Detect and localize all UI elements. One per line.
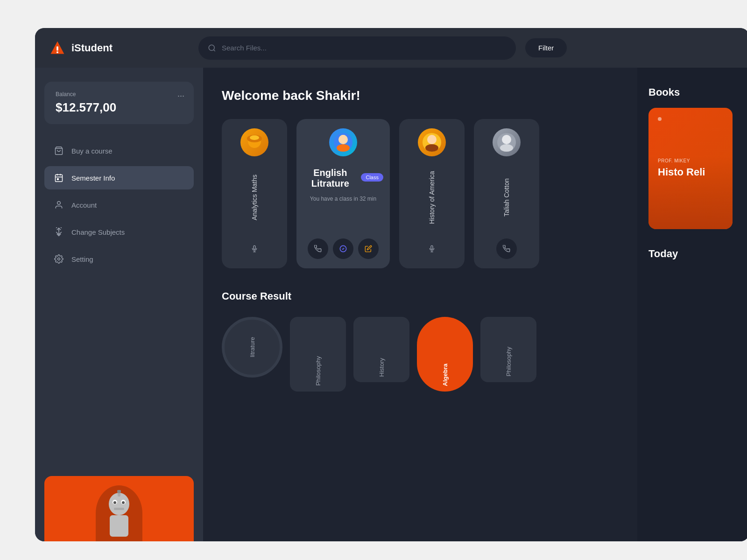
svg-rect-22 [114,508,124,510]
sidebar-item-buy-course[interactable]: Buy a course [44,139,194,162]
subject-name-analytics-maths: Analytics Maths [251,164,258,231]
search-icon [208,44,216,52]
welcome-title: Welcome back Shakir! [222,88,360,103]
right-panel: Books PROF. MIKEY Histo Reli Today [637,68,747,541]
result-label-philosophy-2: Philosophy [505,347,512,377]
svg-rect-10 [57,179,59,180]
svg-rect-1 [56,46,58,50]
svg-rect-38 [431,245,433,249]
svg-point-11 [57,202,61,205]
svg-point-26 [250,135,259,140]
logo-area: iStudent [49,40,198,56]
avatar-english-litrature [329,128,357,156]
books-title: Books [648,86,738,98]
subject-card-analytics-maths[interactable]: Analytics Maths [222,119,287,268]
avatar-taliah-cotton [493,128,521,156]
class-time: You have a class in 32 min [310,196,376,202]
sidebar-item-account-label: Account [71,201,97,209]
subject-name-taliah-cotton: Taliah Cotton [503,164,510,231]
calendar-icon [54,173,64,183]
today-section: Today [648,248,738,260]
result-label-history: History [378,358,385,377]
svg-rect-6 [56,175,63,182]
mic-button-analytics-maths[interactable] [244,238,265,259]
app-name: iStudent [71,42,113,54]
sidebar-item-semester-info[interactable]: Semester Info [44,166,194,189]
main-content: Welcome back Shakir! ... [203,68,747,541]
logo-icon [49,40,66,56]
svg-point-43 [500,144,513,152]
svg-point-32 [337,144,350,152]
sidebar-item-setting[interactable]: Setting [44,247,194,271]
phone-button-taliah-cotton[interactable] [496,238,517,259]
search-bar[interactable]: Search Files... [198,36,516,60]
book-prof-label: PROF. MIKEY [658,158,723,163]
sidebar-item-change-subjects[interactable]: Change Subjects [44,220,194,244]
arrows-updown-icon [54,227,64,237]
subject-card-history-of-america[interactable]: History of America [399,119,465,268]
subject-card-english-litrature[interactable]: English Litrature Class You have a class… [296,119,390,268]
sidebar-item-buy-course-label: Buy a course [71,147,113,155]
result-card-philosophy-1[interactable]: Philosophy [290,317,346,392]
svg-point-42 [502,135,511,144]
card-actions-history-of-america [422,238,442,259]
svg-point-33 [339,135,347,142]
svg-rect-2 [56,51,58,53]
svg-rect-23 [110,515,128,537]
avatar-analytics-maths [240,128,268,156]
bag-icon [54,146,64,156]
svg-point-3 [209,45,214,50]
svg-rect-27 [254,245,255,249]
result-card-litrature[interactable]: litrature [222,317,282,378]
result-label-algebra: Algebra [442,364,449,386]
sidebar-item-account[interactable]: Account [44,193,194,217]
svg-point-18 [113,501,116,504]
svg-point-37 [425,144,438,152]
pencil-button-english-litrature[interactable] [358,238,379,259]
balance-card: Balance $12.577,00 ··· [44,82,194,124]
result-card-history[interactable]: History [353,317,409,382]
svg-point-36 [427,135,437,144]
svg-point-19 [122,501,125,504]
user-icon [54,200,64,210]
filter-button[interactable]: Filter [525,38,567,57]
result-label-litrature: litrature [249,337,256,357]
balance-label: Balance [56,91,183,98]
card-actions-analytics-maths [244,238,265,259]
mic-button-history-of-america[interactable] [422,238,442,259]
gear-icon [54,254,64,264]
subject-card-taliah-cotton[interactable]: Taliah Cotton [474,119,539,268]
sidebar-item-semester-info-label: Semester Info [71,174,115,182]
header: iStudent Search Files... Filter [35,28,747,68]
sidebar-item-change-subjects-label: Change Subjects [71,228,125,236]
today-title: Today [648,248,738,260]
balance-more-button[interactable]: ··· [177,91,184,101]
sidebar: Balance $12.577,00 ··· Buy a course [35,68,203,541]
card-actions-english-litrature [308,238,379,259]
app-container: iStudent Search Files... Filter Balance … [35,28,747,541]
avatar-history-of-america [418,128,446,156]
featured-book-card[interactable]: PROF. MIKEY Histo Reli [648,108,733,229]
book-card-dot [658,117,662,121]
class-badge: Class [361,173,383,182]
result-card-algebra[interactable]: Algebra [417,317,473,392]
card-actions-taliah-cotton [496,238,517,259]
sidebar-bottom-card [44,476,194,541]
balance-amount: $12.577,00 [56,100,183,115]
book-card-title: Histo Reli [658,166,723,178]
check-button-english-litrature[interactable] [333,238,353,259]
sidebar-item-setting-label: Setting [71,255,93,263]
subject-name-english-litrature: English Litrature [303,168,357,189]
phone-button-english-litrature[interactable] [308,238,328,259]
svg-point-14 [58,258,60,260]
svg-line-4 [213,49,215,51]
result-label-philosophy-1: Philosophy [315,356,322,386]
result-card-philosophy-2[interactable]: Philosophy [480,317,536,382]
search-placeholder: Search Files... [222,44,267,52]
subject-name-history-of-america: History of America [428,164,436,231]
course-result-title: Course Result [222,290,291,302]
